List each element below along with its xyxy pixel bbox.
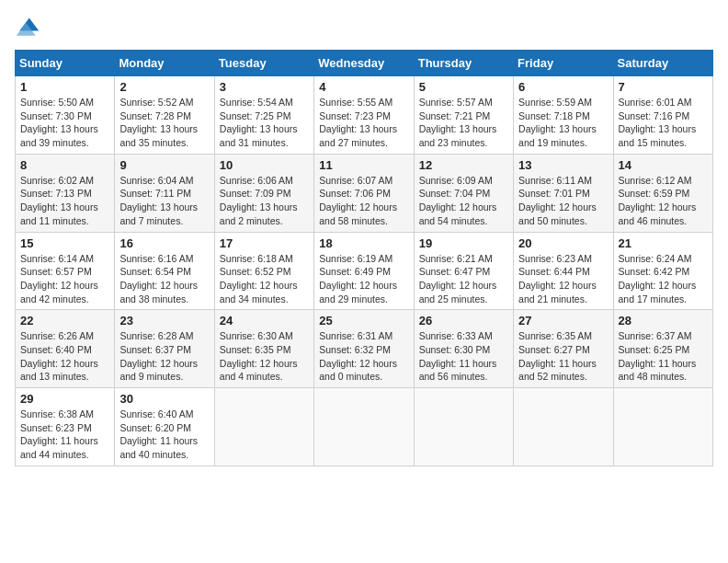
day-info: Sunrise: 6:07 AM Sunset: 7:06 PM Dayligh… (319, 174, 408, 228)
calendar-cell (514, 388, 613, 466)
page-header (15, 15, 713, 40)
day-number: 20 (518, 236, 608, 250)
calendar-cell (613, 388, 712, 466)
calendar-cell: 11Sunrise: 6:07 AM Sunset: 7:06 PM Dayli… (314, 154, 414, 232)
calendar-week-row: 29Sunrise: 6:38 AM Sunset: 6:23 PM Dayli… (16, 388, 713, 466)
calendar-week-row: 1Sunrise: 5:50 AM Sunset: 7:30 PM Daylig… (16, 76, 713, 155)
day-info: Sunrise: 6:23 AM Sunset: 6:44 PM Dayligh… (518, 252, 608, 306)
day-number: 1 (20, 80, 109, 94)
logo (15, 15, 44, 40)
day-number: 22 (20, 314, 109, 327)
calendar-cell: 18Sunrise: 6:19 AM Sunset: 6:49 PM Dayli… (314, 232, 414, 310)
day-info: Sunrise: 6:35 AM Sunset: 6:27 PM Dayligh… (518, 329, 608, 384)
calendar-cell: 29Sunrise: 6:38 AM Sunset: 6:23 PM Dayli… (16, 388, 115, 466)
calendar-cell: 20Sunrise: 6:23 AM Sunset: 6:44 PM Dayli… (514, 232, 613, 310)
day-info: Sunrise: 6:04 AM Sunset: 7:11 PM Dayligh… (119, 174, 209, 228)
day-info: Sunrise: 6:40 AM Sunset: 6:20 PM Dayligh… (119, 408, 209, 462)
calendar-week-row: 15Sunrise: 6:14 AM Sunset: 6:57 PM Dayli… (16, 232, 713, 310)
calendar-cell (314, 388, 414, 466)
day-info: Sunrise: 6:12 AM Sunset: 6:59 PM Dayligh… (619, 174, 708, 228)
calendar-header-row: SundayMondayTuesdayWednesdayThursdayFrid… (16, 51, 713, 76)
calendar-cell: 26Sunrise: 6:33 AM Sunset: 6:30 PM Dayli… (414, 310, 513, 388)
day-number: 29 (20, 392, 109, 406)
calendar-header-monday: Monday (115, 51, 214, 76)
day-number: 5 (419, 80, 508, 94)
day-info: Sunrise: 6:02 AM Sunset: 7:13 PM Dayligh… (20, 174, 109, 228)
day-info: Sunrise: 6:18 AM Sunset: 6:52 PM Dayligh… (220, 252, 309, 306)
calendar-cell: 3Sunrise: 5:54 AM Sunset: 7:25 PM Daylig… (214, 76, 313, 155)
calendar-header-sunday: Sunday (16, 51, 115, 76)
day-number: 13 (518, 158, 608, 172)
day-number: 7 (619, 80, 708, 94)
day-number: 24 (220, 314, 309, 327)
day-info: Sunrise: 5:59 AM Sunset: 7:18 PM Dayligh… (518, 96, 608, 150)
calendar-cell: 2Sunrise: 5:52 AM Sunset: 7:28 PM Daylig… (115, 76, 214, 155)
calendar-cell: 28Sunrise: 6:37 AM Sunset: 6:25 PM Dayli… (613, 310, 712, 388)
day-info: Sunrise: 6:38 AM Sunset: 6:23 PM Dayligh… (20, 408, 109, 462)
day-info: Sunrise: 6:11 AM Sunset: 7:01 PM Dayligh… (518, 174, 608, 228)
calendar-table: SundayMondayTuesdayWednesdayThursdayFrid… (15, 50, 713, 466)
day-number: 28 (619, 314, 708, 327)
day-info: Sunrise: 5:50 AM Sunset: 7:30 PM Dayligh… (20, 96, 109, 150)
day-number: 15 (20, 236, 109, 250)
day-number: 26 (419, 314, 508, 327)
day-info: Sunrise: 6:37 AM Sunset: 6:25 PM Dayligh… (619, 329, 708, 384)
day-info: Sunrise: 6:09 AM Sunset: 7:04 PM Dayligh… (419, 174, 508, 228)
calendar-cell: 8Sunrise: 6:02 AM Sunset: 7:13 PM Daylig… (16, 154, 115, 232)
day-info: Sunrise: 5:52 AM Sunset: 7:28 PM Dayligh… (119, 96, 209, 150)
calendar-week-row: 8Sunrise: 6:02 AM Sunset: 7:13 PM Daylig… (16, 154, 713, 232)
day-info: Sunrise: 6:24 AM Sunset: 6:42 PM Dayligh… (619, 252, 708, 306)
calendar-week-row: 22Sunrise: 6:26 AM Sunset: 6:40 PM Dayli… (16, 310, 713, 388)
calendar-header-saturday: Saturday (613, 51, 712, 76)
day-info: Sunrise: 6:14 AM Sunset: 6:57 PM Dayligh… (20, 252, 109, 306)
calendar-cell: 19Sunrise: 6:21 AM Sunset: 6:47 PM Dayli… (414, 232, 513, 310)
day-number: 16 (119, 236, 209, 250)
day-number: 4 (319, 80, 408, 94)
day-number: 18 (319, 236, 408, 250)
calendar-cell: 1Sunrise: 5:50 AM Sunset: 7:30 PM Daylig… (16, 76, 115, 155)
day-number: 6 (518, 80, 608, 94)
day-number: 8 (20, 158, 109, 172)
day-number: 9 (119, 158, 209, 172)
day-number: 30 (119, 392, 209, 406)
calendar-cell (214, 388, 313, 466)
calendar-cell: 9Sunrise: 6:04 AM Sunset: 7:11 PM Daylig… (115, 154, 214, 232)
calendar-cell: 15Sunrise: 6:14 AM Sunset: 6:57 PM Dayli… (16, 232, 115, 310)
calendar-header-wednesday: Wednesday (314, 51, 414, 76)
day-number: 14 (619, 158, 708, 172)
day-info: Sunrise: 6:16 AM Sunset: 6:54 PM Dayligh… (119, 252, 209, 306)
day-info: Sunrise: 6:30 AM Sunset: 6:35 PM Dayligh… (220, 329, 309, 384)
day-info: Sunrise: 6:19 AM Sunset: 6:49 PM Dayligh… (319, 252, 408, 306)
day-info: Sunrise: 5:55 AM Sunset: 7:23 PM Dayligh… (319, 96, 408, 150)
calendar-cell: 25Sunrise: 6:31 AM Sunset: 6:32 PM Dayli… (314, 310, 414, 388)
calendar-cell: 21Sunrise: 6:24 AM Sunset: 6:42 PM Dayli… (613, 232, 712, 310)
day-number: 19 (419, 236, 508, 250)
calendar-cell: 30Sunrise: 6:40 AM Sunset: 6:20 PM Dayli… (115, 388, 214, 466)
calendar-cell: 13Sunrise: 6:11 AM Sunset: 7:01 PM Dayli… (514, 154, 613, 232)
calendar-cell: 6Sunrise: 5:59 AM Sunset: 7:18 PM Daylig… (514, 76, 613, 155)
calendar-cell: 16Sunrise: 6:16 AM Sunset: 6:54 PM Dayli… (115, 232, 214, 310)
calendar-cell: 14Sunrise: 6:12 AM Sunset: 6:59 PM Dayli… (613, 154, 712, 232)
calendar-cell: 12Sunrise: 6:09 AM Sunset: 7:04 PM Dayli… (414, 154, 513, 232)
day-info: Sunrise: 6:21 AM Sunset: 6:47 PM Dayligh… (419, 252, 508, 306)
calendar-header-thursday: Thursday (414, 51, 513, 76)
calendar-cell: 4Sunrise: 5:55 AM Sunset: 7:23 PM Daylig… (314, 76, 414, 155)
day-info: Sunrise: 6:33 AM Sunset: 6:30 PM Dayligh… (419, 329, 508, 384)
logo-icon (15, 15, 40, 40)
day-number: 27 (518, 314, 608, 327)
day-info: Sunrise: 6:26 AM Sunset: 6:40 PM Dayligh… (20, 329, 109, 384)
day-info: Sunrise: 6:01 AM Sunset: 7:16 PM Dayligh… (619, 96, 708, 150)
day-number: 3 (220, 80, 309, 94)
day-number: 11 (319, 158, 408, 172)
day-number: 17 (220, 236, 309, 250)
day-info: Sunrise: 5:57 AM Sunset: 7:21 PM Dayligh… (419, 96, 508, 150)
day-number: 10 (220, 158, 309, 172)
day-number: 2 (119, 80, 209, 94)
day-info: Sunrise: 6:06 AM Sunset: 7:09 PM Dayligh… (220, 174, 309, 228)
calendar-cell: 10Sunrise: 6:06 AM Sunset: 7:09 PM Dayli… (214, 154, 313, 232)
calendar-cell (414, 388, 513, 466)
day-number: 23 (119, 314, 209, 327)
calendar-header-friday: Friday (514, 51, 613, 76)
day-info: Sunrise: 5:54 AM Sunset: 7:25 PM Dayligh… (220, 96, 309, 150)
calendar-cell: 7Sunrise: 6:01 AM Sunset: 7:16 PM Daylig… (613, 76, 712, 155)
